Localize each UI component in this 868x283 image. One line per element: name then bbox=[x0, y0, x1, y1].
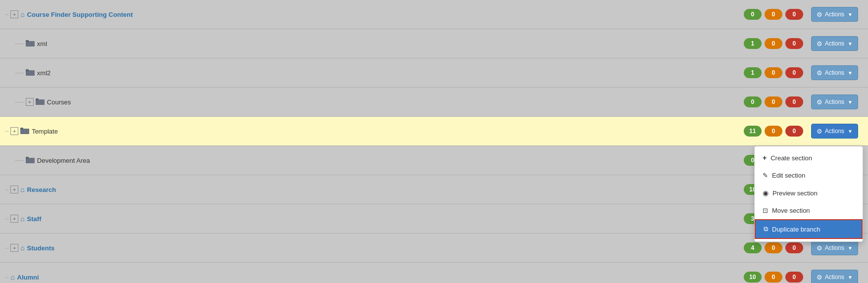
actions-button-course-finder[interactable]: ⚙Actions▼ bbox=[811, 7, 858, 22]
tree-row-development-area: ·········· Development Area000⚙Actions▼ bbox=[0, 146, 868, 175]
gear-icon: ⚙ bbox=[817, 274, 822, 281]
tree-line: ·········· bbox=[15, 41, 24, 47]
tree-container: ····+⌂Course Finder Supporting Content00… bbox=[0, 0, 868, 283]
badge-red-xml: 0 bbox=[785, 38, 803, 49]
caret-icon: ▼ bbox=[848, 245, 853, 251]
dropdown-item-duplicate-branch[interactable]: ⧉Duplicate branch bbox=[755, 219, 863, 239]
badge-orange-xml2: 0 bbox=[765, 67, 782, 78]
item-label-xml2: xml2 bbox=[37, 69, 50, 77]
gear-icon: ⚙ bbox=[817, 98, 822, 106]
actions-button-alumni[interactable]: ⚙Actions▼ bbox=[811, 270, 858, 283]
caret-icon: ▼ bbox=[848, 12, 853, 17]
gear-icon: ⚙ bbox=[817, 244, 822, 252]
folder-icon bbox=[26, 69, 35, 76]
expand-icon-courses[interactable]: + bbox=[26, 98, 34, 106]
tree-row-students: ····+⌂Students400⚙Actions▼ bbox=[0, 234, 868, 263]
tree-row-alumni: ····⌂Alumni1000⚙Actions▼ bbox=[0, 263, 868, 283]
home-icon: ⌂ bbox=[20, 186, 24, 193]
badges-xml: 100 bbox=[744, 38, 803, 49]
badge-red-courses: 0 bbox=[785, 96, 803, 107]
row-right-students: 400⚙Actions▼ bbox=[744, 240, 868, 255]
actions-button-xml[interactable]: ⚙Actions▼ bbox=[811, 36, 858, 51]
tree-row-research: ····+⌂Research1800⚙Actions▼ bbox=[0, 175, 868, 204]
tree-line: ···· bbox=[5, 187, 8, 192]
row-students: ····+⌂Students400⚙Actions▼ bbox=[0, 234, 868, 263]
tree-line: ···· bbox=[5, 12, 8, 17]
item-label-students: Students bbox=[27, 244, 55, 252]
badge-green-template: 11 bbox=[744, 126, 762, 137]
dropdown-item-label: Move section bbox=[772, 207, 810, 214]
row-development-area: ·········· Development Area000⚙Actions▼ bbox=[0, 146, 868, 175]
badges-course-finder: 000 bbox=[744, 9, 803, 20]
row-right-xml: 100⚙Actions▼ bbox=[744, 36, 868, 51]
badge-orange-course-finder: 0 bbox=[765, 9, 782, 20]
badges-xml2: 100 bbox=[744, 67, 803, 78]
item-label-staff: Staff bbox=[27, 215, 42, 223]
expand-icon-students[interactable]: + bbox=[10, 244, 18, 252]
svg-rect-8 bbox=[36, 98, 39, 100]
svg-rect-14 bbox=[26, 157, 29, 159]
tree-row-xml2: ·········· xml2100⚙Actions▼ bbox=[0, 58, 868, 88]
expand-icon-research[interactable]: + bbox=[10, 186, 18, 193]
caret-icon: ▼ bbox=[848, 70, 853, 76]
item-label-xml: xml bbox=[37, 40, 47, 47]
dropdown-item-move-section[interactable]: ⊡Move section bbox=[755, 202, 863, 219]
row-right-xml2: 100⚙Actions▼ bbox=[744, 65, 868, 80]
row-right-alumni: 1000⚙Actions▼ bbox=[744, 270, 868, 283]
row-content-students: ····+⌂Students bbox=[0, 234, 744, 262]
row-courses: ··········+ Courses000⚙Actions▼ bbox=[0, 88, 868, 117]
item-label-research: Research bbox=[27, 186, 56, 193]
badge-red-course-finder: 0 bbox=[785, 9, 803, 20]
actions-label: Actions bbox=[825, 98, 844, 105]
row-alumni: ····⌂Alumni1000⚙Actions▼ bbox=[0, 263, 868, 283]
row-content-xml2: ·········· xml2 bbox=[0, 58, 744, 87]
actions-label: Actions bbox=[825, 40, 844, 47]
expand-icon-template[interactable]: + bbox=[10, 127, 18, 135]
badge-green-alumni: 10 bbox=[744, 272, 762, 283]
expand-icon-course-finder[interactable]: + bbox=[10, 10, 18, 18]
caret-icon: ▼ bbox=[848, 41, 853, 47]
badge-green-course-finder: 0 bbox=[744, 9, 762, 20]
dropdown-item-label: Preview section bbox=[772, 189, 818, 197]
actions-button-template[interactable]: ⚙Actions▼ bbox=[811, 124, 858, 139]
badge-green-xml: 1 bbox=[744, 38, 762, 49]
tree-row-staff: ····+⌂Staff300⚙Actions▼ bbox=[0, 204, 868, 234]
actions-button-courses[interactable]: ⚙Actions▼ bbox=[811, 94, 858, 109]
actions-button-xml2[interactable]: ⚙Actions▼ bbox=[811, 65, 858, 80]
badges-courses: 000 bbox=[744, 96, 803, 107]
tree-line: ···· bbox=[5, 216, 8, 222]
tree-line: ·········· bbox=[15, 158, 24, 163]
badge-red-xml2: 0 bbox=[785, 67, 803, 78]
svg-rect-5 bbox=[26, 69, 29, 71]
badge-orange-courses: 0 bbox=[765, 96, 782, 107]
tree-line: ·········· bbox=[15, 99, 24, 105]
row-content-courses: ··········+ Courses bbox=[0, 88, 744, 116]
item-label-template: Template bbox=[32, 128, 58, 135]
badge-orange-alumni: 0 bbox=[765, 272, 782, 283]
dropdown-item-label: Duplicate branch bbox=[772, 226, 820, 233]
caret-icon: ▼ bbox=[848, 129, 853, 134]
tree-row-course-finder: ····+⌂Course Finder Supporting Content00… bbox=[0, 0, 868, 29]
badges-students: 400 bbox=[744, 242, 803, 253]
expand-icon-staff[interactable]: + bbox=[10, 215, 18, 223]
tree-line: ···· bbox=[5, 275, 8, 280]
row-template: ····+ Template1100⚙Actions▼+Create secti… bbox=[0, 117, 868, 146]
caret-icon: ▼ bbox=[848, 99, 853, 105]
row-content-development-area: ·········· Development Area bbox=[0, 146, 744, 175]
dropdown-item-label: Edit section bbox=[772, 172, 805, 179]
dropdown-item-preview-section[interactable]: ◉Preview section bbox=[755, 184, 863, 202]
badge-red-template: 0 bbox=[785, 126, 803, 137]
item-label-courses: Courses bbox=[47, 98, 71, 106]
tree-row-xml: ·········· xml100⚙Actions▼ bbox=[0, 29, 868, 58]
dropdown-item-create-section[interactable]: +Create section bbox=[755, 149, 863, 167]
svg-rect-2 bbox=[26, 40, 29, 42]
badge-green-xml2: 1 bbox=[744, 67, 762, 78]
eye-icon: ◉ bbox=[763, 189, 769, 197]
tree-line: ·········· bbox=[15, 70, 24, 76]
row-content-xml: ·········· xml bbox=[0, 29, 744, 58]
actions-dropdown: +Create section✎Edit section◉Preview sec… bbox=[754, 146, 863, 242]
move-icon: ⊡ bbox=[763, 207, 768, 214]
dropdown-item-edit-section[interactable]: ✎Edit section bbox=[755, 167, 863, 184]
actions-button-students[interactable]: ⚙Actions▼ bbox=[811, 240, 858, 255]
row-right-course-finder: 000⚙Actions▼ bbox=[744, 7, 868, 22]
